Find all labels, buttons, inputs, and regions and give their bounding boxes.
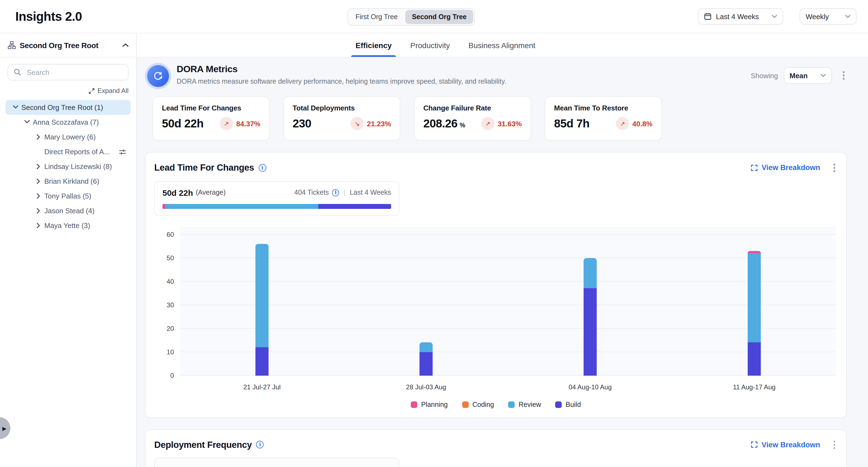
chevron-up-icon[interactable] bbox=[123, 43, 128, 47]
org-tree-toggle-second[interactable]: Second Org Tree bbox=[405, 10, 473, 24]
view-breakdown-button[interactable]: View Breakdown bbox=[751, 441, 820, 449]
legend-item-review[interactable]: Review bbox=[508, 401, 541, 408]
tree-item-label: Second Org Tree Root (1) bbox=[21, 103, 103, 112]
bar-segment-build bbox=[748, 343, 761, 375]
search-box bbox=[8, 64, 128, 81]
legend-label: Build bbox=[565, 401, 581, 408]
dora-title: DORA Metrics bbox=[177, 64, 506, 75]
tab-business-alignment[interactable]: Business Alignment bbox=[468, 33, 535, 57]
phase-distribution-bar bbox=[162, 204, 391, 209]
legend-item-coding[interactable]: Coding bbox=[462, 401, 494, 408]
tree-item-tony-pallas-5[interactable]: Tony Pallas (5) bbox=[5, 189, 131, 204]
sidebar-header-label: Second Org Tree Root bbox=[20, 41, 98, 50]
expand-all-icon bbox=[89, 88, 95, 94]
trend-change: 31.63% bbox=[498, 120, 522, 128]
bar-segment-review bbox=[255, 244, 269, 347]
y-axis-tick: 60 bbox=[154, 230, 174, 238]
legend-label: Coding bbox=[472, 401, 494, 408]
tree-item-label: Lindsay Liszewski (8) bbox=[44, 162, 112, 170]
chevron-right-icon[interactable] bbox=[35, 163, 41, 170]
tree-item-label: Anna Scozzafava (7) bbox=[33, 118, 99, 126]
info-icon[interactable]: i bbox=[332, 189, 339, 196]
top-bar: Insights 2.0 First Org Tree Second Org T… bbox=[0, 0, 868, 33]
sidebar-header[interactable]: Second Org Tree Root bbox=[0, 33, 136, 57]
tree-item-second-org-tree-root-1[interactable]: Second Org Tree Root (1) bbox=[5, 100, 131, 115]
kebab-menu-icon[interactable] bbox=[831, 161, 837, 174]
sidebar-collapse-handle[interactable]: ▶ bbox=[0, 417, 10, 439]
legend-item-build[interactable]: Build bbox=[555, 401, 581, 408]
legend-item-planning[interactable]: Planning bbox=[411, 401, 448, 408]
deployment-actions: View Breakdown bbox=[751, 438, 837, 451]
dora-header: DORA Metrics DORA metrics measure softwa… bbox=[145, 64, 847, 87]
chevron-right-icon[interactable] bbox=[35, 178, 41, 185]
showing-select[interactable]: Mean bbox=[783, 67, 832, 84]
chevron-right-icon[interactable] bbox=[35, 193, 41, 199]
tree-item-lindsay-liszewski-8[interactable]: Lindsay Liszewski (8) bbox=[5, 159, 131, 174]
date-range-select[interactable]: Last 4 Weeks bbox=[698, 8, 783, 25]
tree-item-label: Mary Lowery (6) bbox=[44, 133, 96, 141]
bar-28-jul-03-aug[interactable] bbox=[420, 343, 433, 375]
deployment-frequency-panel: Deployment Frequency i View Breakdown bbox=[145, 429, 847, 467]
tab-productivity[interactable]: Productivity bbox=[410, 33, 450, 57]
x-axis-label: 04 Aug-10 Aug bbox=[552, 383, 628, 391]
bar-segment-review bbox=[584, 258, 597, 288]
expand-all-button[interactable]: Expand All bbox=[8, 87, 128, 95]
bar-11-aug-17-aug[interactable] bbox=[748, 251, 761, 375]
view-breakdown-button[interactable]: View Breakdown bbox=[751, 164, 820, 172]
chevron-down-icon[interactable] bbox=[12, 104, 19, 111]
org-tree-toggle-first[interactable]: First Org Tree bbox=[349, 10, 404, 24]
trend-change: 21.23% bbox=[367, 120, 391, 128]
trend-down-icon: ↘ bbox=[350, 117, 364, 130]
granularity-value: Weekly bbox=[806, 12, 841, 21]
search-icon bbox=[14, 68, 21, 76]
expand-all-label: Expand All bbox=[98, 87, 128, 95]
tree-item-maya-yette-3[interactable]: Maya Yette (3) bbox=[5, 218, 131, 233]
legend-label: Planning bbox=[421, 401, 448, 408]
granularity-select[interactable]: Weekly bbox=[800, 8, 857, 25]
chevron-right-icon[interactable] bbox=[35, 208, 41, 214]
metric-title: Total Deployments bbox=[292, 104, 391, 112]
date-range-value: Last 4 Weeks bbox=[716, 12, 767, 21]
chevron-right-icon[interactable] bbox=[35, 134, 41, 140]
screen: Insights 2.0 First Org Tree Second Org T… bbox=[0, 0, 868, 467]
summary-meta: 404 Tickets i | Last 4 Weeks bbox=[294, 189, 391, 196]
gridline bbox=[180, 304, 836, 305]
legend-label: Review bbox=[519, 401, 541, 408]
metric-value-suffix: % bbox=[460, 122, 465, 128]
content: DORA Metrics DORA metrics measure softwa… bbox=[137, 57, 847, 467]
tree-item-brian-kirkland-6[interactable]: Brian Kirkland (6) bbox=[5, 174, 131, 189]
trend-badge: ↗84.37% bbox=[220, 117, 260, 130]
bar-21-jul-27-jul[interactable] bbox=[255, 244, 269, 375]
lead-time-summary-card: 50d 22h (Average) 404 Tickets i | Last 4… bbox=[154, 181, 399, 216]
metric-title: Lead Time For Changes bbox=[162, 104, 260, 112]
chevron-down-icon[interactable] bbox=[24, 119, 30, 125]
metric-value: 230 bbox=[292, 117, 311, 130]
chevron-right-icon[interactable] bbox=[35, 222, 41, 229]
tree-item-direct-reports-of-a[interactable]: Direct Reports of A... bbox=[5, 144, 131, 159]
gridline bbox=[180, 375, 836, 375]
tree-item-anna-scozzafava-7[interactable]: Anna Scozzafava (7) bbox=[5, 115, 131, 130]
bar-04-aug-10-aug[interactable] bbox=[584, 258, 597, 375]
info-icon[interactable]: i bbox=[256, 441, 264, 449]
chevron-down-icon bbox=[820, 74, 826, 77]
play-icon: ▶ bbox=[2, 425, 6, 431]
org-chart-icon bbox=[8, 41, 16, 49]
search-input[interactable] bbox=[26, 67, 123, 77]
kebab-menu-icon[interactable] bbox=[831, 438, 837, 451]
bar-segment-build bbox=[420, 352, 433, 375]
y-axis-tick: 30 bbox=[154, 301, 174, 309]
bar-segment-review bbox=[748, 253, 761, 343]
metric-value: 50d 22h bbox=[162, 117, 204, 130]
dora-metrics-icon bbox=[147, 65, 169, 87]
bar-segment-planning bbox=[748, 251, 761, 253]
tree-item-jason-stead-4[interactable]: Jason Stead (4) bbox=[5, 204, 131, 218]
metric-card-mean-time-to-restore: Mean Time To Restore85d 7h↗40.8% bbox=[545, 96, 662, 141]
x-axis-label: 11 Aug-17 Aug bbox=[716, 383, 793, 391]
trend-up-icon: ↗ bbox=[481, 117, 494, 130]
sliders-icon[interactable] bbox=[119, 149, 126, 155]
info-icon[interactable]: i bbox=[258, 164, 266, 172]
bar-segment-build bbox=[255, 347, 269, 375]
kebab-menu-icon[interactable] bbox=[840, 69, 847, 82]
tree-item-mary-lowery-6[interactable]: Mary Lowery (6) bbox=[5, 130, 131, 144]
tab-efficiency[interactable]: Efficiency bbox=[355, 33, 392, 57]
